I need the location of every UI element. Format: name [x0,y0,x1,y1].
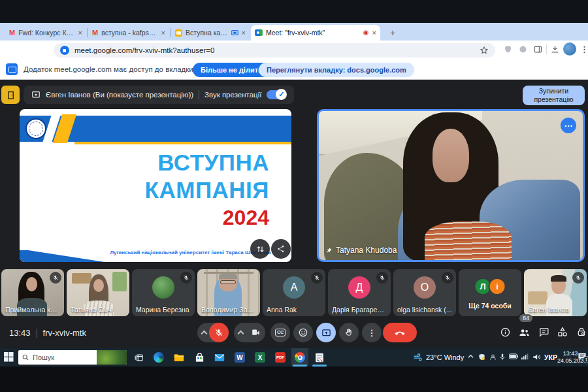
end-call-button[interactable] [383,323,417,342]
taskbar-search-input[interactable]: Пошук [18,350,127,365]
stop-presentation-button[interactable]: Зупинити презентацію [523,86,585,105]
tray-battery-icon[interactable] [509,353,518,359]
letterbox-top [0,0,588,23]
notification-count-badge: 1 [583,356,588,363]
more-options-button[interactable]: ⋮ [362,323,382,342]
university-emblem [25,118,46,139]
participant-tile[interactable]: A Anna Rak [263,269,325,316]
chrome-icon[interactable] [294,351,306,363]
participant-tile[interactable]: O olga lisichansk (... [393,269,456,316]
mic-mute-button[interactable] [209,323,229,342]
participant-tile[interactable]: Марина Березна [132,269,195,316]
participant-tile[interactable]: Татьяна Сыч [67,269,129,316]
participant-tile[interactable]: Євген Іванов [524,269,587,316]
photo-shape [72,273,91,284]
tray-person-icon[interactable] [489,353,497,361]
profile-avatar[interactable] [563,42,576,56]
toggle-check-icon: ✓ [276,89,287,100]
store-icon[interactable] [193,351,205,363]
participant-initial-avatar: A [283,276,305,299]
tray-mic-icon[interactable] [499,353,506,361]
tab-meet-active[interactable]: Meet: "frv-xviv-mtk" ◉ × [251,25,380,41]
tray-chevron-icon[interactable] [468,353,474,359]
info-icon[interactable] [498,325,512,338]
swap-arrows-icon[interactable] [250,239,270,259]
participant-tile[interactable]: Д Дарія Брагаренко [328,269,391,316]
presentation-slide-tile[interactable]: ВСТУПНА КАМПАНІЯ 2024 Луганський націона… [20,109,291,262]
document-app-icon[interactable] [314,351,325,363]
meeting-info: 13:43 frv-xviv-mtk [9,328,86,338]
tray-network-icon[interactable] [521,353,529,360]
chevron-up-icon[interactable] [201,330,208,336]
camera-control-group[interactable] [234,323,265,342]
chevron-up-icon[interactable] [238,330,244,336]
participant-tile[interactable]: Володимир Заб... [197,269,260,316]
pdf-icon[interactable]: PDF [274,351,286,363]
side-panel-icon[interactable] [533,44,543,54]
participant-name: Марина Березна [136,306,191,314]
close-tab-icon[interactable]: × [78,29,82,37]
file-explorer-icon[interactable] [173,351,185,363]
main-speaker-video[interactable]: Tatyana Khudoba ⋯ [317,109,585,262]
close-tab-icon[interactable]: × [242,29,246,37]
download-icon[interactable] [550,44,560,54]
screen: M Fwd: Конкурс Кропивницький × M вступна… [0,0,588,392]
eco-icon[interactable] [518,44,528,54]
bookmark-star-icon[interactable] [480,46,489,55]
notification-panel-icon[interactable]: 1 [578,352,587,361]
browser-tab-strip: M Fwd: Конкурс Кропивницький × M вступна… [0,23,588,41]
slide-title-line2: КАМПАНІЯ [145,177,269,203]
captions-button[interactable]: CC [270,323,290,342]
chat-icon[interactable] [537,325,550,338]
pinned-widget-icon[interactable] [1,86,20,104]
mic-off-icon [180,272,192,284]
mail-icon[interactable] [214,351,225,363]
weather-text[interactable]: 23°C Windy [426,353,464,361]
host-controls-lock-icon[interactable] [575,325,588,338]
language-indicator[interactable]: УКР [544,353,557,361]
clock-text: 13:43 [9,328,31,338]
participant-tile[interactable]: Приймальна ком... [1,269,64,316]
photo-shape [26,277,37,291]
tray-speaker-icon[interactable] [532,353,541,361]
overflow-participants-tile[interactable]: Л і Ще 74 особи [459,269,521,316]
tab-title: Fwd: Конкурс Кропивницький [18,29,74,37]
tab-gmail-2[interactable]: M вступна - kafpsunz@gmail.com × [88,25,169,41]
speaker-name: Tatyana Khudoba [336,246,397,255]
new-tab-button[interactable]: + [387,27,399,39]
mic-off-icon [50,272,61,284]
participant-photo-avatar [152,276,174,299]
address-bar[interactable]: meet.google.com/frv-xviv-mtk?authuser=0 [54,43,495,57]
camera-button[interactable] [246,323,265,342]
people-icon[interactable] [517,325,531,338]
presentation-audio-toggle[interactable]: ✓ [267,90,286,99]
participant-name: olga lisichansk (... [397,306,452,314]
tray-shield-icon[interactable] [478,353,485,361]
windows-start-icon[interactable] [4,352,14,362]
close-tab-icon[interactable]: × [161,29,165,37]
presenter-label: Євген Іванов (Ви (показуєте презентацію)… [46,91,193,99]
activities-icon[interactable] [556,325,569,338]
url-text[interactable]: meet.google.com/frv-xviv-mtk?authuser=0 [74,46,474,54]
view-shared-tab-button[interactable]: Переглянути вкладку: docs.google.com [259,63,414,77]
edge-icon[interactable] [153,351,165,363]
tile-options-icon[interactable]: ⋯ [561,118,576,133]
photo-shape [433,129,470,182]
reactions-button[interactable] [293,323,313,342]
excel-icon[interactable]: X [254,351,266,363]
toolbar-divider [546,44,547,54]
browser-menu-icon[interactable]: ⋮ [580,44,588,54]
share-icon[interactable] [271,239,291,259]
participant-name: Приймальна ком... [5,306,60,314]
close-tab-icon[interactable]: × [372,29,376,37]
mic-control-group[interactable] [197,323,229,342]
present-button-active[interactable] [316,323,336,342]
word-icon[interactable]: W [234,351,246,363]
hand-raise-button[interactable] [339,323,359,342]
overflow-avatars: Л і [474,278,506,295]
task-view-icon[interactable] [133,351,144,363]
shield-icon[interactable] [503,44,513,54]
tab-gmail-1[interactable]: M Fwd: Конкурс Кропивницький × [5,25,86,41]
slide-yellow-underline [74,142,291,144]
tab-slides[interactable]: Вступна кампанія 2024_28 × [171,25,250,41]
